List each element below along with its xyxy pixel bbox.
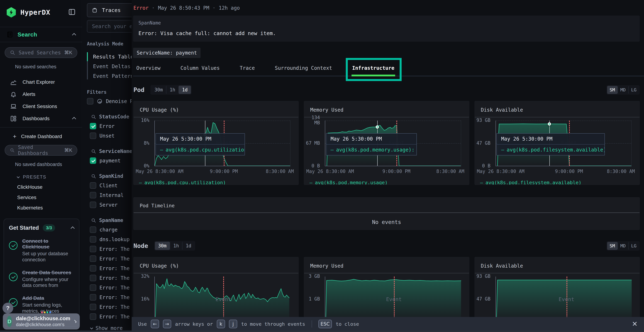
preset-services[interactable]: Services bbox=[17, 194, 82, 200]
checkbox[interactable] bbox=[90, 256, 96, 262]
filter-option[interactable]: payment bbox=[90, 158, 132, 164]
filter-option[interactable]: Error: The cr bbox=[90, 314, 132, 320]
pod-memory-plot[interactable]: EventMay 26 5:30:00 PM—avg(k8s.pod.memor… bbox=[325, 120, 461, 166]
search-icon[interactable] bbox=[91, 174, 96, 179]
shortcut-hint: ⌘K bbox=[64, 50, 72, 56]
chart-line-icon bbox=[10, 79, 17, 86]
filter-option[interactable]: dns.lookup bbox=[90, 236, 132, 242]
filter-option[interactable]: Error: The cr bbox=[90, 284, 132, 291]
create-dashboard-button[interactable]: + Create Dashboard bbox=[13, 133, 82, 140]
arrow-left-key[interactable]: ← bbox=[151, 320, 159, 328]
saved-searches-input[interactable]: Saved Searches ⌘K bbox=[5, 47, 77, 58]
pod-disk-plot[interactable]: EventMay 26 5:30:00 PM—avg(k8s.pod.files… bbox=[496, 120, 632, 166]
filter-option[interactable]: Unset bbox=[90, 132, 132, 139]
journal-icon bbox=[6, 31, 13, 38]
tab-infrastructure[interactable]: Infrastructure bbox=[352, 65, 394, 71]
checkbox-checked[interactable] bbox=[90, 123, 96, 129]
checkbox[interactable] bbox=[90, 182, 96, 189]
filter-option[interactable]: Error: The cr bbox=[90, 246, 132, 252]
show-more-button[interactable]: Show more bbox=[90, 325, 132, 331]
filter-option[interactable]: Error bbox=[90, 123, 132, 129]
service-name-chip[interactable]: ServiceName: payment bbox=[133, 48, 200, 58]
chart-card-pod-disk: Disk Available 93 GB47 GB0 B EventMay 26… bbox=[474, 101, 640, 185]
size-lg[interactable]: LG bbox=[628, 242, 639, 250]
range-1h[interactable]: 1h bbox=[166, 86, 178, 94]
checkbox[interactable] bbox=[90, 202, 96, 208]
search-icon[interactable] bbox=[91, 218, 96, 223]
size-md[interactable]: MD bbox=[618, 86, 628, 94]
j-key[interactable]: j bbox=[229, 320, 237, 328]
k-key[interactable]: k bbox=[217, 320, 225, 328]
size-sm[interactable]: SM bbox=[607, 242, 618, 250]
checkbox[interactable] bbox=[90, 192, 96, 198]
filter-option[interactable]: Error: The cr bbox=[90, 265, 132, 272]
range-1d[interactable]: 1d bbox=[182, 242, 194, 250]
size-md[interactable]: MD bbox=[618, 242, 628, 250]
node-memory-plot[interactable]: Event bbox=[325, 276, 461, 322]
checkbox[interactable] bbox=[90, 284, 96, 291]
filter-option[interactable]: charge bbox=[90, 226, 132, 233]
checkbox[interactable] bbox=[90, 132, 96, 139]
range-30m[interactable]: 30m bbox=[151, 86, 166, 94]
get-started-step[interactable]: Create Data Sources Configure where your… bbox=[9, 270, 74, 289]
checkbox[interactable] bbox=[90, 294, 96, 300]
hover-point-marker bbox=[376, 126, 379, 128]
source-select[interactable]: Traces bbox=[87, 3, 132, 17]
collapse-sidebar-icon[interactable] bbox=[68, 8, 76, 17]
filter-option[interactable]: Internal bbox=[90, 192, 132, 198]
mode-event-patterns[interactable]: Event Patterns bbox=[93, 71, 132, 81]
checkbox[interactable] bbox=[90, 226, 96, 233]
preset-kubernetes[interactable]: Kubernetes bbox=[17, 205, 82, 211]
search-icon[interactable] bbox=[91, 149, 96, 154]
node-cpu-plot[interactable]: Event bbox=[154, 276, 290, 322]
pod-cpu-plot[interactable]: EventMay 26 5:30:00 PM—avg(k8s.pod.cpu.u… bbox=[154, 120, 290, 166]
checkbox[interactable] bbox=[87, 98, 94, 104]
filter-option[interactable]: Server bbox=[90, 202, 132, 208]
search-icon[interactable] bbox=[91, 114, 96, 120]
tab-column-values[interactable]: Column Values bbox=[180, 65, 220, 71]
tab-trace[interactable]: Trace bbox=[240, 65, 255, 71]
range-30m[interactable]: 30m bbox=[155, 242, 170, 250]
sidebar-item-dashboards[interactable]: Dashboards bbox=[0, 112, 82, 125]
node-disk-plot[interactable]: Event bbox=[496, 276, 632, 322]
size-sm[interactable]: SM bbox=[607, 86, 618, 94]
checkbox[interactable] bbox=[90, 236, 96, 242]
get-started-step[interactable]: Connect to ClickHouse Set up your databa… bbox=[9, 238, 74, 263]
sidebar-item-search[interactable]: Search bbox=[0, 27, 82, 42]
user-menu[interactable]: D dale@clickhouse.com dale@clickhouse.co… bbox=[3, 314, 80, 330]
mode-results-table[interactable]: Results Table bbox=[93, 52, 132, 62]
checkbox[interactable] bbox=[90, 314, 96, 320]
help-button[interactable]: ? bbox=[2, 303, 13, 314]
sidebar-item-client-sessions[interactable]: Client Sessions bbox=[0, 100, 82, 112]
checkbox-checked[interactable] bbox=[90, 158, 96, 164]
preset-clickhouse[interactable]: ClickHouse bbox=[17, 184, 82, 190]
size-lg[interactable]: LG bbox=[628, 86, 639, 94]
tab-overview[interactable]: Overview bbox=[136, 65, 160, 71]
presets-toggle[interactable]: PRESETS bbox=[17, 174, 82, 180]
checkbox[interactable] bbox=[90, 275, 96, 281]
tab-surrounding-context[interactable]: Surrounding Context bbox=[275, 65, 332, 71]
saved-dashboards-input[interactable]: Saved Dashboards ⌘K bbox=[5, 145, 77, 156]
filter-option[interactable]: Error: The cr bbox=[90, 275, 132, 281]
chevron-up-icon[interactable] bbox=[71, 226, 75, 230]
sidebar-item-chart-explorer[interactable]: Chart Explorer bbox=[0, 76, 82, 88]
filter-option[interactable]: Error: The cr bbox=[90, 256, 132, 262]
range-1d[interactable]: 1d bbox=[178, 86, 191, 94]
checkbox[interactable] bbox=[90, 265, 96, 272]
checkbox[interactable] bbox=[90, 246, 96, 252]
denoise-toggle[interactable]: Denoise Re bbox=[87, 98, 132, 104]
checkbox[interactable] bbox=[90, 304, 96, 310]
esc-key[interactable]: ESC bbox=[318, 320, 332, 328]
filter-option[interactable]: Client bbox=[90, 182, 132, 189]
mode-event-deltas[interactable]: Event Deltas bbox=[93, 62, 132, 71]
filter-option[interactable]: Error: The cr bbox=[90, 294, 132, 300]
arrow-right-key[interactable]: → bbox=[163, 320, 171, 328]
close-icon[interactable]: ✕ bbox=[632, 320, 638, 328]
range-1h[interactable]: 1h bbox=[170, 242, 182, 250]
chevron-up-icon bbox=[72, 117, 76, 121]
sidebar-item-alerts[interactable]: Alerts bbox=[0, 88, 82, 100]
pod-section-title: Pod bbox=[134, 86, 144, 94]
y-tick-label: 1 GB bbox=[309, 296, 320, 302]
event-search-input[interactable]: Search your e bbox=[87, 20, 132, 32]
filter-option[interactable]: Error: The cr bbox=[90, 304, 132, 310]
